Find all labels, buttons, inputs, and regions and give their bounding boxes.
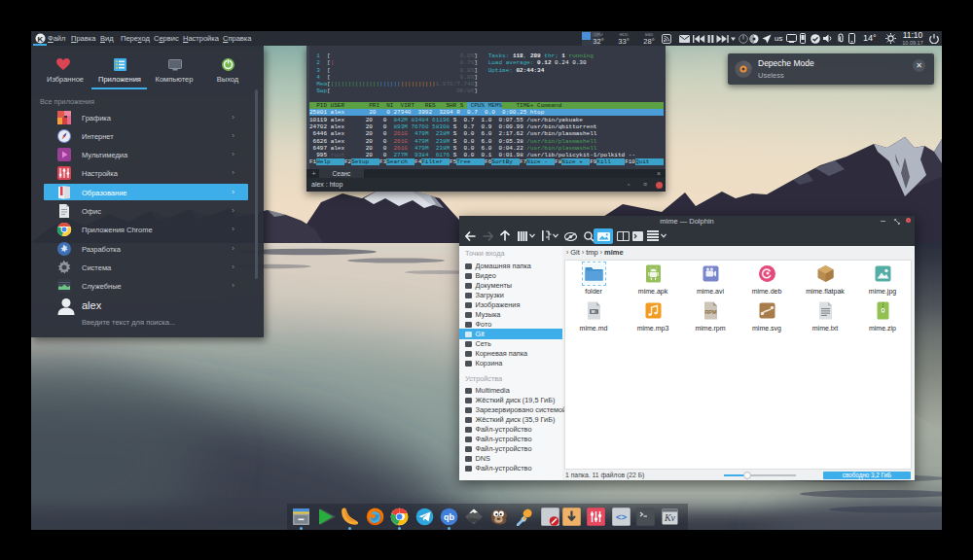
svg-text:M↓: M↓ <box>591 309 596 314</box>
svg-text:qb: qb <box>444 512 454 522</box>
svg-text:<>: <> <box>615 511 627 522</box>
svg-text:RPM: RPM <box>704 309 717 315</box>
svg-text:Kv: Kv <box>663 512 675 523</box>
svg-text:K: K <box>38 35 44 44</box>
